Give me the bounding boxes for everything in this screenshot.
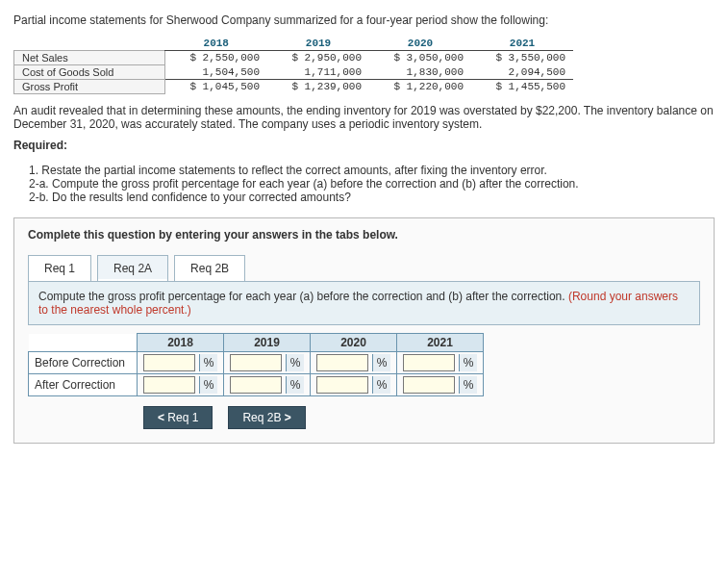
prev-button-label: Req 1 — [167, 411, 198, 424]
ans-row-after-label: After Correction — [29, 374, 138, 396]
net-sales-2021: $ 3,550,000 — [471, 51, 573, 65]
col-year-2021: 2021 — [471, 37, 573, 51]
percent-unit: % — [199, 354, 217, 371]
intro-text: Partial income statements for Sherwood C… — [13, 13, 715, 27]
gp-2018: $ 1,045,500 — [165, 80, 268, 94]
next-button[interactable]: Req 2B > — [228, 406, 305, 429]
percent-unit: % — [286, 376, 304, 394]
before-2021-input[interactable] — [403, 354, 455, 371]
financial-table: 2018 2019 2020 2021 Net Sales $ 2,550,00… — [13, 37, 573, 94]
cogs-2018: 1,504,500 — [165, 65, 268, 80]
row-net-sales-label: Net Sales — [14, 51, 165, 65]
after-2019-input[interactable] — [230, 376, 282, 394]
cogs-2019: 1,711,000 — [267, 65, 369, 80]
percent-unit: % — [459, 354, 477, 371]
percent-unit: % — [459, 376, 477, 394]
before-2020-input[interactable] — [316, 354, 368, 371]
answer-panel: Complete this question by entering your … — [13, 217, 715, 444]
cogs-2020: 1,830,000 — [369, 65, 471, 80]
gp-2019: $ 1,239,000 — [267, 80, 369, 94]
col-year-2020: 2020 — [369, 37, 471, 51]
row-gp-label: Gross Profit — [14, 80, 165, 94]
chevron-right-icon: > — [285, 411, 291, 424]
after-2021-input[interactable] — [403, 376, 455, 394]
after-2020-input[interactable] — [316, 376, 368, 394]
required-list: 1. Restate the partial income statements… — [29, 164, 715, 204]
instruction-box: Compute the gross profit percentage for … — [28, 281, 700, 325]
next-button-label: Req 2B — [242, 411, 281, 424]
after-2018-input[interactable] — [143, 376, 195, 394]
before-2018-input[interactable] — [143, 354, 195, 371]
percent-unit: % — [199, 376, 217, 394]
answer-grid: 2018 2019 2020 2021 Before Correction % … — [28, 333, 484, 396]
ans-col-2020: 2020 — [311, 334, 397, 352]
required-line-2: 2-a. Compute the gross profit percentage… — [29, 177, 715, 191]
required-header: Required: — [13, 139, 715, 152]
col-year-2018: 2018 — [165, 37, 268, 51]
ans-row-before-label: Before Correction — [29, 352, 138, 374]
ans-col-2018: 2018 — [138, 334, 224, 352]
tab-req-2b[interactable]: Req 2B — [174, 255, 245, 281]
chevron-left-icon: < — [158, 411, 164, 424]
net-sales-2019: $ 2,950,000 — [267, 51, 369, 65]
percent-unit: % — [286, 354, 304, 371]
col-year-2019: 2019 — [267, 37, 369, 51]
panel-note: Complete this question by entering your … — [28, 228, 700, 242]
tab-bar: Req 1 Req 2A Req 2B — [28, 255, 700, 281]
nav-buttons: < Req 1 Req 2B > — [143, 406, 700, 429]
gp-2020: $ 1,220,000 — [369, 80, 471, 94]
prev-button[interactable]: < Req 1 — [143, 406, 213, 429]
percent-unit: % — [372, 376, 390, 394]
before-2019-input[interactable] — [230, 354, 282, 371]
required-line-3: 2-b. Do the results lend confidence to y… — [29, 191, 715, 204]
ans-col-2021: 2021 — [397, 334, 484, 352]
cogs-2021: 2,094,500 — [471, 65, 573, 80]
row-cogs-label: Cost of Goods Sold — [14, 65, 165, 80]
required-line-1: 1. Restate the partial income statements… — [29, 164, 715, 177]
gp-2021: $ 1,455,500 — [471, 80, 573, 94]
tab-req-2a[interactable]: Req 2A — [97, 255, 168, 281]
ans-col-2019: 2019 — [224, 334, 311, 352]
net-sales-2020: $ 3,050,000 — [369, 51, 471, 65]
instruction-text: Compute the gross profit percentage for … — [38, 290, 568, 303]
percent-unit: % — [372, 354, 390, 371]
audit-text: An audit revealed that in determining th… — [13, 104, 715, 131]
tab-req-1[interactable]: Req 1 — [28, 255, 91, 281]
net-sales-2018: $ 2,550,000 — [165, 51, 268, 65]
